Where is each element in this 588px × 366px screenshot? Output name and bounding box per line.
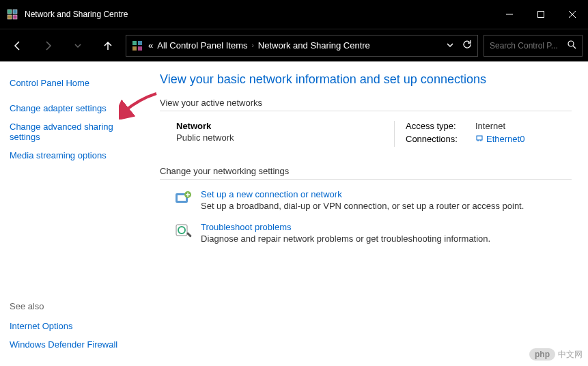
setup-connection-item: Set up a new connection or network Set u… (160, 189, 572, 211)
svg-point-12 (568, 41, 574, 46)
network-name: Network (176, 121, 394, 131)
setup-connection-icon (173, 189, 193, 208)
change-advanced-sharing-link[interactable]: Change advanced sharing settings (10, 117, 134, 146)
watermark-badge: php (529, 348, 555, 361)
ethernet-icon (475, 134, 484, 144)
connection-link[interactable]: Ethernet0 (475, 134, 524, 144)
svg-rect-0 (8, 10, 12, 14)
titlebar[interactable]: Network and Sharing Centre (0, 0, 588, 29)
troubleshoot-link[interactable]: Troubleshoot problems (201, 222, 490, 232)
search-icon[interactable] (568, 40, 576, 52)
app-icon (7, 9, 18, 20)
setup-connection-desc: Set up a broadband, dial-up or VPN conne… (201, 201, 524, 211)
content-area: Control Panel Home Change adapter settin… (0, 61, 588, 366)
troubleshoot-desc: Diagnose and repair network problems or … (201, 234, 490, 244)
see-also-section: See also Internet Options Windows Defend… (10, 297, 134, 354)
search-input[interactable] (490, 41, 565, 51)
svg-rect-5 (538, 12, 544, 18)
close-button[interactable] (557, 0, 588, 29)
media-streaming-link[interactable]: Media streaming options (10, 146, 134, 165)
dropdown-icon[interactable] (446, 40, 454, 52)
network-type: Public network (176, 132, 394, 143)
troubleshoot-item: Troubleshoot problems Diagnose and repai… (160, 222, 572, 244)
svg-rect-18 (178, 195, 186, 201)
breadcrumb-prefix[interactable]: « (148, 40, 153, 51)
watermark-text: 中文网 (558, 349, 583, 361)
window-title: Network and Sharing Centre (25, 10, 494, 19)
svg-rect-11 (138, 46, 142, 51)
network-info: Network Public network Access type: Inte… (160, 121, 572, 147)
address-bar[interactable]: « All Control Panel Items › Network and … (126, 35, 478, 57)
troubleshoot-icon (173, 222, 193, 241)
back-button[interactable] (5, 33, 30, 58)
access-type-value: Internet (475, 121, 505, 131)
breadcrumb-item[interactable]: All Control Panel Items (157, 40, 247, 51)
setup-connection-link[interactable]: Set up a new connection or network (201, 189, 524, 199)
control-panel-home-link[interactable]: Control Panel Home (10, 74, 134, 92)
breadcrumb: « All Control Panel Items › Network and … (148, 40, 370, 51)
firewall-link[interactable]: Windows Defender Firewall (10, 335, 134, 354)
main-panel: View your basic network information and … (143, 61, 588, 366)
svg-rect-8 (132, 41, 137, 45)
see-also-label: See also (10, 297, 134, 317)
navigation-bar: « All Control Panel Items › Network and … (0, 29, 588, 61)
svg-rect-2 (8, 15, 12, 19)
svg-rect-14 (477, 136, 482, 140)
window-controls (494, 0, 588, 29)
page-title: View your basic network information and … (160, 72, 572, 87)
watermark: php 中文网 (529, 348, 583, 361)
svg-line-13 (573, 46, 576, 48)
change-settings-header: Change your networking settings (160, 166, 572, 180)
svg-rect-10 (132, 46, 137, 51)
active-networks-header: View your active networks (160, 98, 572, 111)
chevron-right-icon[interactable]: › (251, 42, 253, 49)
sidebar: Control Panel Home Change adapter settin… (0, 61, 143, 366)
internet-options-link[interactable]: Internet Options (10, 317, 134, 335)
address-icon (132, 40, 143, 51)
access-type-label: Access type: (406, 121, 467, 131)
svg-rect-9 (138, 41, 142, 45)
up-button[interactable] (96, 33, 120, 58)
maximize-button[interactable] (525, 0, 557, 29)
recent-button[interactable] (66, 33, 90, 58)
breadcrumb-item[interactable]: Network and Sharing Centre (258, 40, 370, 51)
minimize-button[interactable] (494, 0, 525, 29)
forward-button[interactable] (36, 33, 60, 58)
connection-name: Ethernet0 (486, 134, 524, 144)
change-adapter-settings-link[interactable]: Change adapter settings (10, 99, 134, 117)
search-box[interactable] (484, 35, 583, 57)
connections-label: Connections: (406, 134, 467, 144)
refresh-button[interactable] (462, 40, 472, 52)
svg-rect-1 (13, 10, 17, 14)
svg-rect-3 (13, 15, 17, 19)
